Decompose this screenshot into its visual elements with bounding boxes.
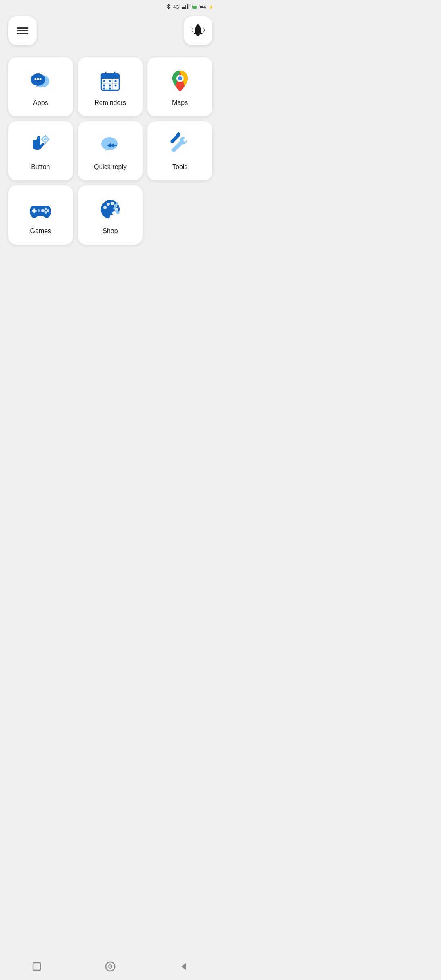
svg-rect-3 [187,4,188,9]
tools-icon [168,133,192,158]
svg-point-44 [45,211,47,214]
svg-point-21 [109,80,111,82]
tools-label: Tools [172,163,187,171]
bell-icon [192,24,205,38]
apps-card[interactable]: Apps [8,57,73,116]
shop-card[interactable]: Shop [78,185,143,245]
button-label: Button [31,163,50,171]
apps-label: Apps [33,99,48,107]
battery-indicator: 44 [192,5,206,9]
svg-point-25 [114,84,116,86]
apps-icon [28,69,53,94]
svg-point-9 [37,78,39,80]
quick-reply-icon [98,133,122,158]
svg-point-22 [114,80,116,82]
svg-point-49 [107,203,110,206]
signal-icon [182,4,189,10]
maps-icon [168,69,192,94]
games-icon [28,197,53,222]
svg-rect-2 [185,5,186,9]
button-icon [28,133,53,158]
games-card[interactable]: Games [8,185,73,245]
notification-button[interactable] [184,16,212,45]
svg-point-46 [41,209,43,212]
svg-point-45 [38,209,40,212]
hamburger-icon [17,27,28,29]
svg-point-36 [101,137,118,150]
bluetooth-icon [166,4,171,10]
charging-icon: ⚡ [208,4,214,10]
app-grid: Apps [0,53,220,249]
svg-point-8 [35,78,37,80]
svg-rect-0 [182,7,183,9]
shop-icon [98,197,122,222]
svg-point-41 [45,208,47,210]
svg-rect-4 [188,4,189,9]
shop-label: Shop [102,227,118,235]
svg-rect-13 [101,77,119,79]
reminders-label: Reminders [94,99,126,107]
top-bar [0,12,220,53]
maps-card[interactable]: Maps [147,57,212,116]
svg-point-20 [103,80,105,82]
svg-point-5 [197,24,199,25]
svg-point-31 [44,138,47,140]
svg-point-29 [178,76,182,80]
svg-point-10 [40,78,42,80]
hamburger-icon [17,30,28,31]
maps-label: Maps [172,99,188,107]
network-label: 4G [173,4,179,9]
status-bar: 4G 44 ⚡ [0,0,220,12]
button-card[interactable]: Button [8,121,73,180]
svg-point-24 [109,84,111,86]
menu-button[interactable] [8,16,37,45]
svg-point-50 [111,202,114,205]
svg-point-42 [47,209,49,212]
reminders-icon [98,69,122,94]
svg-rect-40 [32,210,37,212]
svg-point-26 [103,87,105,89]
svg-rect-1 [183,7,185,9]
tools-card[interactable]: Tools [147,121,212,180]
reminders-card[interactable]: Reminders [78,57,143,116]
games-label: Games [30,227,51,235]
svg-point-27 [109,87,111,89]
quick-reply-label: Quick reply [94,163,127,171]
svg-point-23 [103,84,105,86]
quick-reply-card[interactable]: Quick reply [78,121,143,180]
hamburger-icon [17,33,28,34]
svg-point-48 [103,206,107,209]
